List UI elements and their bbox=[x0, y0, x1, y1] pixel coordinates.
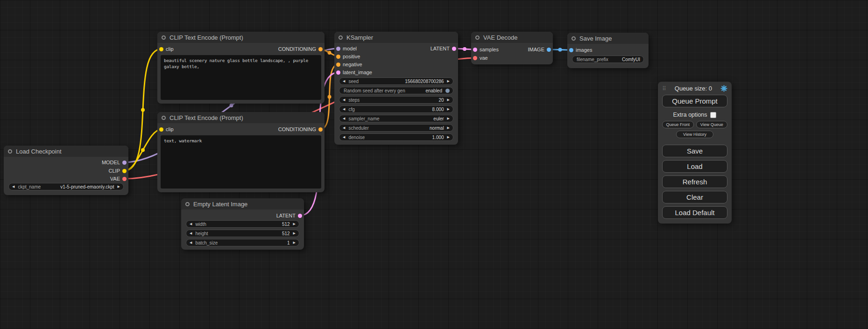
widget-batch-size[interactable]: ◀ batch_size 1 ▶ bbox=[186, 239, 299, 246]
image-socket-icon[interactable] bbox=[569, 48, 573, 52]
wire-clip-positive-dot bbox=[141, 108, 145, 112]
widget-name: sampler_name bbox=[348, 116, 379, 121]
node-title: CLIP Text Encode (Prompt) bbox=[169, 114, 243, 121]
widget-value: ComfyUI bbox=[622, 57, 640, 62]
clip-socket-icon[interactable] bbox=[159, 127, 163, 132]
output-slot-conditioning: CONDITIONING bbox=[278, 46, 323, 52]
wire-conditioning-positive-dot bbox=[328, 51, 332, 55]
widget-height[interactable]: ◀ height 512 ▶ bbox=[186, 230, 299, 237]
view-history-button[interactable]: View History bbox=[676, 131, 713, 138]
node-load-checkpoint[interactable]: Load Checkpoint MODEL CLIP VAE ◀ ckpt_na… bbox=[4, 146, 128, 195]
widget-denoise[interactable]: ◀ denoise 1.000 ▶ bbox=[339, 133, 453, 141]
node-clip-text-encode-positive[interactable]: CLIP Text Encode (Prompt) clip CONDITION… bbox=[157, 32, 325, 104]
model-socket-icon[interactable] bbox=[336, 47, 340, 51]
widget-width[interactable]: ◀ width 512 ▶ bbox=[186, 220, 299, 228]
decrement-arrow-icon[interactable]: ◀ bbox=[190, 231, 192, 235]
increment-arrow-icon[interactable]: ▶ bbox=[447, 98, 450, 102]
latent-socket-icon[interactable] bbox=[473, 48, 477, 52]
decrement-arrow-icon[interactable]: ◀ bbox=[343, 126, 345, 130]
image-socket-icon[interactable] bbox=[547, 48, 551, 52]
drag-handle-icon[interactable]: ⠿ bbox=[662, 85, 666, 92]
node-title: Save Image bbox=[579, 35, 612, 42]
node-title-bar[interactable]: VAE Decode bbox=[471, 32, 553, 43]
extra-options-row: Extra options bbox=[662, 112, 727, 118]
increment-arrow-icon[interactable]: ▶ bbox=[293, 241, 296, 245]
increment-arrow-icon[interactable]: ▶ bbox=[447, 117, 450, 120]
widget-value: 1 bbox=[287, 240, 290, 245]
model-socket-icon[interactable] bbox=[122, 161, 127, 165]
slot-label: IMAGE bbox=[528, 47, 544, 52]
increment-arrow-icon[interactable]: ▶ bbox=[293, 231, 296, 235]
latent-socket-icon[interactable] bbox=[336, 70, 340, 75]
decrement-arrow-icon[interactable]: ◀ bbox=[343, 107, 345, 111]
vae-socket-icon[interactable] bbox=[122, 177, 127, 181]
increment-arrow-icon[interactable]: ▶ bbox=[447, 107, 450, 111]
prompt-textarea[interactable]: beautiful scenery nature glass bottle la… bbox=[161, 55, 321, 100]
vae-socket-icon[interactable] bbox=[473, 56, 477, 60]
node-save-image[interactable]: Save Image images filename_prefix ComfyU… bbox=[567, 33, 649, 68]
increment-arrow-icon[interactable]: ▶ bbox=[447, 79, 450, 83]
widget-name: filename_prefix bbox=[577, 57, 608, 62]
widget-cfg[interactable]: ◀ cfg 8.000 ▶ bbox=[339, 105, 453, 113]
node-title-bar[interactable]: Save Image bbox=[567, 33, 649, 44]
decrement-arrow-icon[interactable]: ◀ bbox=[343, 98, 345, 102]
increment-arrow-icon[interactable]: ▶ bbox=[293, 222, 296, 226]
extra-options-checkbox[interactable] bbox=[710, 112, 716, 118]
clip-socket-icon[interactable] bbox=[159, 47, 163, 51]
widget-scheduler[interactable]: ◀ scheduler normal ▶ bbox=[339, 124, 453, 132]
prompt-textarea[interactable]: text, watermark bbox=[161, 135, 321, 189]
conditioning-socket-icon[interactable] bbox=[318, 127, 323, 132]
queue-prompt-button[interactable]: Queue Prompt bbox=[662, 95, 727, 107]
node-title-bar[interactable]: KSampler bbox=[334, 32, 458, 43]
output-slot-clip: CLIP bbox=[109, 168, 127, 174]
increment-arrow-icon[interactable]: ▶ bbox=[447, 126, 450, 130]
toggle-knob-icon[interactable] bbox=[445, 89, 450, 93]
widget-filename-prefix[interactable]: filename_prefix ComfyUI bbox=[572, 56, 644, 63]
widget-random-seed-toggle[interactable]: Random seed after every gen enabled bbox=[339, 87, 453, 94]
view-history-row: View History bbox=[662, 131, 727, 138]
clear-button[interactable]: Clear bbox=[662, 191, 727, 203]
node-title-bar[interactable]: Load Checkpoint bbox=[4, 146, 128, 157]
save-button[interactable]: Save bbox=[662, 145, 727, 157]
decrement-arrow-icon[interactable]: ◀ bbox=[343, 135, 345, 139]
increment-arrow-icon[interactable]: ▶ bbox=[118, 185, 120, 189]
input-slot-positive: positive bbox=[336, 53, 360, 60]
widget-seed[interactable]: ◀ seed 156680208700286 ▶ bbox=[339, 77, 453, 85]
settings-gear-icon[interactable] bbox=[720, 85, 727, 92]
slot-label: CONDITIONING bbox=[278, 126, 316, 132]
node-empty-latent-image[interactable]: Empty Latent Image LATENT ◀ width 512 ▶ … bbox=[181, 198, 304, 250]
increment-arrow-icon[interactable]: ▶ bbox=[447, 135, 450, 139]
widget-sampler-name[interactable]: ◀ sampler_name euler ▶ bbox=[339, 115, 453, 122]
load-button[interactable]: Load bbox=[662, 160, 727, 173]
decrement-arrow-icon[interactable]: ◀ bbox=[343, 117, 345, 120]
decrement-arrow-icon[interactable]: ◀ bbox=[12, 185, 14, 189]
decrement-arrow-icon[interactable]: ◀ bbox=[190, 222, 192, 226]
input-slot-latent-image: latent_image bbox=[336, 69, 372, 76]
node-clip-text-encode-negative[interactable]: CLIP Text Encode (Prompt) clip CONDITION… bbox=[157, 112, 325, 192]
view-queue-button[interactable]: View Queue bbox=[696, 121, 728, 128]
clip-socket-icon[interactable] bbox=[122, 169, 127, 173]
node-vae-decode[interactable]: VAE Decode samples vae IMAGE bbox=[471, 32, 553, 64]
conditioning-socket-icon[interactable] bbox=[336, 63, 340, 67]
latent-socket-icon[interactable] bbox=[452, 47, 456, 51]
widget-ckpt-name[interactable]: ◀ ckpt_name v1-5-pruned-emaonly.ckpt ▶ bbox=[8, 183, 124, 190]
conditioning-socket-icon[interactable] bbox=[318, 47, 323, 51]
decrement-arrow-icon[interactable]: ◀ bbox=[190, 241, 192, 245]
node-graph-canvas[interactable]: Load Checkpoint MODEL CLIP VAE ◀ ckpt_na… bbox=[0, 0, 868, 329]
node-ksampler[interactable]: KSampler model positive negative latent_… bbox=[334, 32, 458, 145]
decrement-arrow-icon[interactable]: ◀ bbox=[343, 79, 345, 83]
widget-name: ckpt_name bbox=[18, 184, 41, 189]
widget-steps[interactable]: ◀ steps 20 ▶ bbox=[339, 96, 453, 104]
refresh-button[interactable]: Refresh bbox=[662, 175, 727, 188]
conditioning-socket-icon[interactable] bbox=[336, 55, 340, 59]
output-slot-latent: LATENT bbox=[276, 212, 302, 219]
widget-name: steps bbox=[348, 98, 360, 103]
node-title-bar[interactable]: Empty Latent Image bbox=[181, 198, 304, 210]
queue-front-button[interactable]: Queue Front bbox=[662, 121, 694, 128]
latent-socket-icon[interactable] bbox=[298, 214, 302, 218]
load-default-button[interactable]: Load Default bbox=[662, 206, 727, 219]
node-title-bar[interactable]: CLIP Text Encode (Prompt) bbox=[157, 112, 325, 123]
widget-name: height bbox=[195, 231, 208, 236]
slot-label: negative bbox=[343, 62, 362, 67]
node-title-bar[interactable]: CLIP Text Encode (Prompt) bbox=[157, 32, 325, 43]
